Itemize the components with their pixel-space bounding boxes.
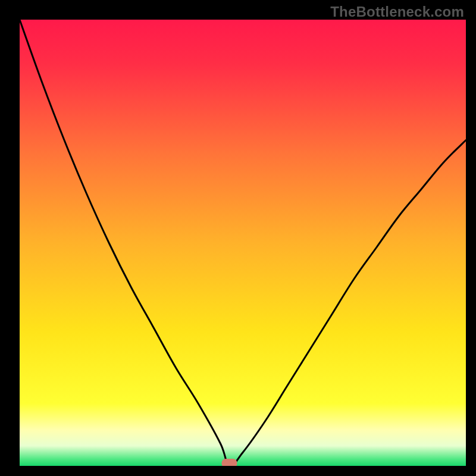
bottleneck-chart <box>20 20 466 466</box>
gradient-background <box>20 20 466 466</box>
chart-frame: TheBottleneck.com <box>0 0 476 476</box>
watermark-text: TheBottleneck.com <box>330 4 464 20</box>
plot-area <box>20 20 466 466</box>
min-point-marker <box>222 459 237 466</box>
